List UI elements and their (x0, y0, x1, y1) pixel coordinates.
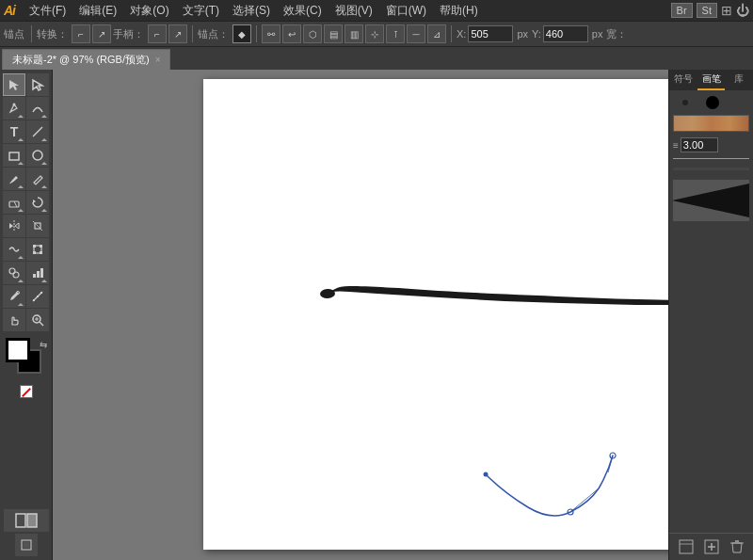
none-swatch[interactable] (20, 385, 33, 398)
tab-title: 未标题-2* @ 97% (RGB/预览) (12, 53, 150, 67)
direct-select-tool[interactable] (26, 73, 49, 96)
stroke-color-fg[interactable] (6, 338, 30, 362)
menu-file[interactable]: 文件(F) (23, 1, 72, 21)
pen-tool[interactable] (3, 97, 25, 120)
scale-tool[interactable] (26, 215, 49, 237)
path-tool-4[interactable]: ▤ (324, 24, 343, 43)
svg-line-38 (608, 456, 613, 472)
path-tool-7[interactable]: ⊺ (386, 24, 405, 43)
toolbar-sep-1 (31, 25, 32, 42)
tool-row-4 (3, 144, 49, 167)
edit-mode-btn[interactable] (4, 509, 49, 532)
paintbrush-tool[interactable] (3, 168, 25, 190)
grid-icon[interactable]: ⊞ (721, 3, 732, 18)
eyedropper-tool[interactable] (3, 285, 25, 308)
artboard-tool[interactable] (15, 534, 38, 556)
tab-symbol[interactable]: 符号 (669, 70, 697, 90)
power-icon[interactable]: ⏻ (736, 3, 749, 18)
svg-line-1 (33, 127, 42, 136)
tab-brush[interactable]: 画笔 (697, 70, 726, 90)
brush-library-icon[interactable] (677, 537, 696, 556)
zoom-tool[interactable] (26, 309, 49, 331)
mirror-tool[interactable] (3, 215, 25, 237)
bridge-btn[interactable]: Br (671, 3, 693, 18)
brush-line-thick (673, 168, 749, 170)
free-transform-tool[interactable] (26, 238, 49, 261)
menu-select[interactable]: 选择(S) (226, 1, 277, 21)
tool-row-11 (3, 309, 49, 331)
px-label-1: px (517, 28, 528, 40)
svg-point-3 (33, 151, 42, 160)
eraser-tool[interactable] (3, 191, 25, 214)
bottom-tools (4, 509, 49, 556)
svg-rect-29 (16, 514, 25, 527)
curvature-tool[interactable] (26, 97, 49, 120)
shape-builder-tool[interactable] (3, 262, 25, 284)
svg-rect-14 (40, 251, 42, 254)
path-tool-8[interactable]: ─ (407, 24, 425, 43)
svg-point-0 (13, 104, 16, 106)
menu-effect[interactable]: 效果(C) (277, 1, 328, 21)
rotate-tool[interactable] (26, 191, 49, 214)
px-label-2: px (592, 28, 603, 40)
active-tab[interactable]: 未标题-2* @ 97% (RGB/预览) × (2, 49, 170, 70)
chart-tool[interactable] (26, 262, 49, 284)
select-tool[interactable] (3, 73, 25, 96)
brush-preset-strip[interactable] (673, 115, 749, 132)
canvas-area[interactable] (53, 70, 668, 560)
hand-tool[interactable] (3, 309, 25, 331)
brush-size-input[interactable] (681, 137, 718, 152)
toolbar-sep-4 (451, 25, 452, 42)
menu-view[interactable]: 视图(V) (328, 1, 379, 21)
tool-row-1 (3, 73, 49, 96)
ellipse-tool[interactable] (26, 144, 49, 167)
tool-row-6 (3, 191, 49, 214)
handle-label: 手柄： (113, 27, 144, 41)
handle-btn-2[interactable]: ↗ (168, 24, 187, 43)
menu-help[interactable]: 帮助(H) (433, 1, 485, 21)
warp-tool[interactable] (3, 238, 25, 261)
svg-point-16 (13, 272, 19, 278)
tab-close-btn[interactable]: × (155, 55, 161, 65)
path-tool-3[interactable]: ⬡ (303, 24, 322, 43)
anchor2-label: 锚点： (198, 27, 229, 41)
handle-btn-1[interactable]: ⌐ (148, 24, 167, 43)
line-tool[interactable] (26, 120, 49, 143)
transform-btn-2[interactable]: ↗ (92, 24, 111, 43)
path-tool-9[interactable]: ⊿ (427, 24, 446, 43)
menu-text[interactable]: 文字(T) (176, 1, 226, 21)
tool-row-7 (3, 215, 49, 237)
brush-preview-large[interactable] (673, 180, 749, 221)
stock-btn[interactable]: St (697, 3, 717, 18)
main-area: T (0, 70, 753, 560)
rpanel-bottom-icons (669, 533, 753, 560)
transform-btn-1[interactable]: ⌐ (72, 24, 90, 43)
brush-preview-svg (673, 180, 749, 221)
menu-edit[interactable]: 编辑(E) (72, 1, 123, 21)
measure-tool[interactable] (26, 285, 49, 308)
y-input[interactable] (543, 25, 588, 42)
path-tool-1[interactable]: ⚯ (262, 24, 280, 43)
anchor-style-btn[interactable]: ◆ (232, 24, 251, 43)
new-brush-icon[interactable] (702, 537, 721, 556)
brush-dots-row (673, 96, 749, 109)
tab-library[interactable]: 库 (725, 70, 753, 90)
brush-stroke-svg (203, 79, 668, 550)
path-tool-2[interactable]: ↩ (282, 24, 301, 43)
pencil-tool[interactable] (26, 168, 49, 190)
menu-window[interactable]: 窗口(W) (379, 1, 433, 21)
swap-colors-btn[interactable]: ⇆ (40, 340, 47, 350)
svg-rect-18 (37, 271, 40, 278)
svg-rect-39 (680, 540, 693, 553)
menu-object[interactable]: 对象(O) (123, 1, 175, 21)
x-input[interactable] (468, 25, 513, 42)
tool-row-8 (3, 238, 49, 261)
right-panel: 符号 画笔 库 ≡ (668, 70, 753, 560)
path-tool-5[interactable]: ▥ (344, 24, 363, 43)
type-tool[interactable]: T (3, 120, 25, 143)
delete-brush-icon[interactable] (728, 537, 746, 556)
app-logo: Ai (4, 3, 15, 18)
rect-tool[interactable] (3, 144, 25, 167)
svg-marker-6 (33, 200, 36, 203)
path-tool-6[interactable]: ⊹ (365, 24, 384, 43)
